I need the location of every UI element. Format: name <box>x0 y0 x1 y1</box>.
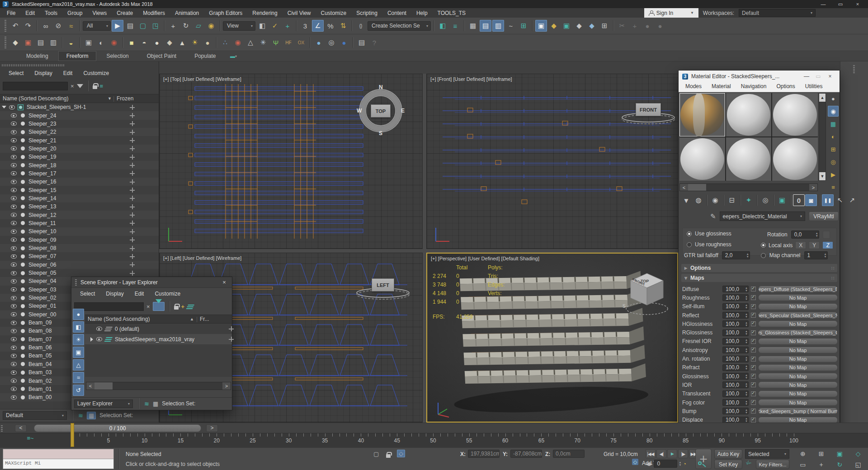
viewport-top[interactable]: [+] [Top] [User Defined] [Wireframe] N E… <box>159 74 423 249</box>
align-icon[interactable]: ≡ <box>449 20 461 32</box>
close-icon[interactable]: × <box>220 279 228 286</box>
visibility-eye-icon[interactable] <box>11 337 17 341</box>
map-slot-button[interactable]: No Map <box>758 364 838 371</box>
viewport-top-label[interactable]: [+] [Top] [User Defined] [Wireframe] <box>163 76 241 82</box>
y-coordinate-field[interactable]: -87,0808cm <box>510 450 542 458</box>
visibility-eye-icon[interactable] <box>11 221 17 225</box>
visibility-eye-icon[interactable] <box>96 327 102 331</box>
map-slot-button[interactable]: No Map <box>758 399 838 406</box>
key-steps-icon[interactable]: √⌐ <box>746 460 751 465</box>
map-amount-field[interactable]: 100,0▲▼ <box>722 294 749 301</box>
scroll-up-icon[interactable]: ▲ <box>819 94 826 102</box>
put-to-scene-icon[interactable]: ◍ <box>693 194 704 206</box>
timeline-playhead[interactable] <box>71 423 74 447</box>
teapot-primitive-icon[interactable]: ◆ <box>164 37 175 48</box>
scene-explorer-search-input[interactable] <box>3 82 68 90</box>
layer-explorer-menu-display[interactable]: Display <box>101 290 128 298</box>
menu-animation[interactable]: Animation <box>170 9 204 17</box>
show-end-result-icon[interactable]: ❚❚ <box>822 194 834 206</box>
scroll-left-icon[interactable]: < <box>86 382 94 390</box>
scene-item-row[interactable]: Sleeper_16 <box>0 178 159 186</box>
visibility-eye-icon[interactable] <box>11 146 17 150</box>
inactive-tool-1-icon[interactable]: ● <box>642 20 653 32</box>
viewcube-left-face[interactable]: LEFT <box>372 278 394 291</box>
viewport-splitter-vertical[interactable] <box>423 74 426 433</box>
select-and-manipulate-icon[interactable]: ✓ <box>269 20 281 32</box>
map-slot-button[interactable]: No Map <box>758 338 838 345</box>
render-production-icon[interactable]: ◆ <box>573 20 585 32</box>
toggle-layer-explorer-icon[interactable]: ▥ <box>492 20 504 32</box>
scene-item-row[interactable]: Sleeper_10 <box>0 227 159 235</box>
hierarchy-view-icon[interactable]: ≡ <box>100 83 104 89</box>
visibility-eye-icon[interactable] <box>11 287 17 291</box>
scene-item-row[interactable]: Sleeper_23 <box>0 120 159 128</box>
select-and-scale-icon[interactable]: ▱ <box>193 20 204 32</box>
visibility-eye-icon[interactable] <box>11 387 17 391</box>
layers-icon[interactable]: ≋ <box>78 412 83 419</box>
axis-y-button[interactable]: Y <box>809 241 820 249</box>
unlink-selection-icon[interactable]: ⊘ <box>52 20 64 32</box>
viewcube-compass[interactable]: LEFT <box>355 267 411 312</box>
spinner-snap-toggle-icon[interactable]: ⇅ <box>337 20 349 32</box>
visibility-eye-icon[interactable] <box>96 337 102 341</box>
video-camera-icon[interactable]: ◉ <box>108 37 120 48</box>
reference-coordinate-dropdown[interactable]: View▾ <box>223 21 255 31</box>
visibility-eye-icon[interactable] <box>11 130 17 134</box>
select-object-icon[interactable]: ▶ <box>112 20 123 32</box>
curve-editor-icon[interactable]: ~ <box>505 20 517 32</box>
lock-icon[interactable] <box>93 85 97 89</box>
toolbar-grip[interactable] <box>5 37 6 48</box>
visibility-eye-icon[interactable] <box>11 354 17 358</box>
sunlight-icon[interactable]: ☀ <box>189 37 201 48</box>
time-configuration-icon[interactable]: ◔ <box>683 461 686 467</box>
map-enable-checkbox[interactable] <box>751 400 756 405</box>
visibility-eye-icon[interactable] <box>11 379 17 383</box>
map-enable-checkbox[interactable] <box>751 287 756 291</box>
visibility-eye-icon[interactable] <box>11 296 17 300</box>
toggle-scene-explorer-icon[interactable]: ▤ <box>480 20 491 32</box>
material-editor-menu-options[interactable]: Options <box>771 82 800 92</box>
menu-civil-view[interactable]: Civil View <box>283 9 316 17</box>
pyramid-arrows-icon[interactable]: △ <box>245 37 256 48</box>
window-crossing-icon[interactable]: ◳ <box>150 20 161 32</box>
scroll-right-icon[interactable]: > <box>222 382 231 390</box>
map-amount-field[interactable]: 100,0▲▼ <box>722 390 749 397</box>
collapse-arrow-icon[interactable] <box>2 106 6 108</box>
menu-graph-editors[interactable]: Graph Editors <box>204 9 247 17</box>
visibility-eye-icon[interactable] <box>11 271 17 275</box>
material-editor-menu-utilities[interactable]: Utilities <box>800 82 828 92</box>
menu-tools-ts[interactable]: TOOLS_TS <box>433 9 471 17</box>
display-lights-icon[interactable]: ☀ <box>73 334 84 345</box>
scene-item-row[interactable]: Sleeper_24 <box>0 111 159 119</box>
add-time-tag-icon[interactable]: ◇ <box>632 459 638 465</box>
layer-explorer-title-bar[interactable]: Scene Explorer - Layer Explorer × <box>71 277 232 288</box>
menu-content[interactable]: Content <box>382 9 411 17</box>
auto-key-button[interactable]: Auto Key <box>714 449 742 459</box>
go-to-start-icon[interactable]: |◀◀ <box>646 449 656 458</box>
rotation-lock-button[interactable] <box>823 231 830 239</box>
material-editor-menu-modes[interactable]: Modes <box>680 82 707 92</box>
scene-item-row[interactable]: Sleeper_12 <box>0 211 159 219</box>
scene-item-row[interactable]: Sleeper_15 <box>0 186 159 194</box>
collapsed-command-panel[interactable] <box>840 61 868 433</box>
compass-east-label[interactable]: E <box>401 108 405 114</box>
map-enable-checkbox[interactable] <box>751 295 756 300</box>
scene-root-row[interactable]: Stacked_Sleepers_SH-1 <box>0 103 159 111</box>
map-amount-field[interactable]: 100,0▲▼ <box>722 338 749 345</box>
menu-views[interactable]: Views <box>87 9 112 17</box>
map-amount-field[interactable]: 100,0▲▼ <box>722 303 749 310</box>
current-frame-field[interactable]: 0 <box>654 460 677 468</box>
pan-view-icon[interactable]: + <box>812 460 830 470</box>
go-forward-to-sibling-icon[interactable]: ↗ <box>846 194 858 206</box>
ribbon-minimize-dropdown[interactable]: ▬▾ <box>226 52 241 61</box>
camera-icon[interactable]: ▣ <box>83 37 94 48</box>
create-new-layer-icon[interactable]: + <box>181 303 185 310</box>
lock-icon[interactable] <box>174 306 179 310</box>
background-checker-icon[interactable]: ▦ <box>828 118 839 129</box>
snaps-toggle-icon[interactable]: 3 <box>299 20 311 32</box>
camera-backlight-icon[interactable]: ◐ <box>95 37 107 48</box>
list-export-icon[interactable]: ▤ <box>356 37 368 48</box>
parameter-sheet-icon[interactable]: ▥ <box>47 37 59 48</box>
menu-create[interactable]: Create <box>112 9 138 17</box>
material-type-button[interactable]: VRayMtl <box>809 212 839 221</box>
